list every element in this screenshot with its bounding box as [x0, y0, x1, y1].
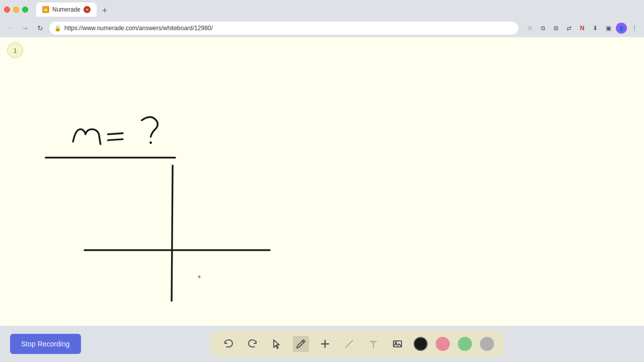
minimize-button[interactable]: [13, 7, 19, 13]
redo-button[interactable]: [245, 336, 261, 352]
maximize-button[interactable]: [22, 7, 28, 13]
url-bar[interactable]: 🔒 https://www.numerade.com/answers/white…: [49, 22, 518, 35]
image-tool-button[interactable]: [389, 336, 406, 352]
browser-toolbar-icons: ☆ ⧉ ⊞ ⇄ N ⬇ ▣ 👤 ⋮: [524, 23, 640, 34]
sidebar-icon[interactable]: ▣: [603, 23, 614, 34]
content-area: 1 +: [0, 37, 644, 326]
color-gray-swatch[interactable]: [480, 337, 494, 351]
lock-icon: 🔒: [54, 25, 61, 32]
whiteboard-canvas[interactable]: [0, 37, 644, 326]
forward-button[interactable]: →: [19, 22, 31, 34]
drawing-tools-panel: T: [210, 331, 504, 357]
traffic-lights: [4, 7, 28, 13]
svg-line-1: [108, 139, 123, 140]
pen-tool-button[interactable]: [293, 336, 309, 352]
color-green-swatch[interactable]: [458, 337, 472, 351]
brand-icon[interactable]: N: [577, 23, 588, 34]
bookmark-star-icon[interactable]: ☆: [524, 23, 535, 34]
tabs-bar: N Numerade ✕ +: [36, 3, 640, 17]
svg-text:T: T: [371, 341, 375, 348]
svg-point-2: [149, 141, 152, 144]
address-bar: ← → ↻ 🔒 https://www.numerade.com/answers…: [0, 19, 644, 37]
color-black-swatch[interactable]: [414, 337, 428, 351]
refresh-button[interactable]: ↻: [34, 22, 46, 34]
active-tab[interactable]: N Numerade ✕: [36, 3, 97, 17]
extensions-icon[interactable]: ⧉: [537, 23, 548, 34]
select-tool-button[interactable]: [269, 336, 285, 352]
eraser-tool-button[interactable]: [341, 336, 357, 352]
tab-close-button[interactable]: ✕: [84, 6, 91, 13]
title-bar: N Numerade ✕ +: [0, 0, 644, 19]
svg-line-9: [346, 340, 353, 347]
undo-button[interactable]: [220, 336, 236, 352]
url-text: https://www.numerade.com/answers/whitebo…: [64, 25, 513, 32]
new-tab-button[interactable]: +: [99, 5, 111, 17]
menu-icon[interactable]: ⋮: [629, 23, 640, 34]
tab-title: Numerade: [52, 6, 80, 13]
close-button[interactable]: [4, 7, 10, 13]
tab-favicon: N: [42, 6, 49, 13]
profile-avatar[interactable]: 👤: [616, 23, 627, 34]
svg-line-0: [108, 133, 123, 134]
download-icon[interactable]: ⬇: [590, 23, 601, 34]
stop-recording-button[interactable]: Stop Recording: [10, 334, 81, 354]
svg-line-4: [172, 165, 173, 301]
color-pink-swatch[interactable]: [436, 337, 450, 351]
back-button[interactable]: ←: [4, 22, 16, 34]
text-tool-button[interactable]: T: [365, 336, 381, 352]
add-tool-button[interactable]: [317, 336, 333, 352]
sync-icon[interactable]: ⇄: [564, 23, 575, 34]
svg-rect-13: [393, 341, 401, 347]
svg-line-6: [302, 341, 304, 342]
bottom-toolbar: Stop Recording: [0, 326, 644, 362]
grid-icon[interactable]: ⊞: [550, 23, 561, 34]
browser-window: N Numerade ✕ + ← → ↻ 🔒 https://www.numer…: [0, 0, 644, 362]
